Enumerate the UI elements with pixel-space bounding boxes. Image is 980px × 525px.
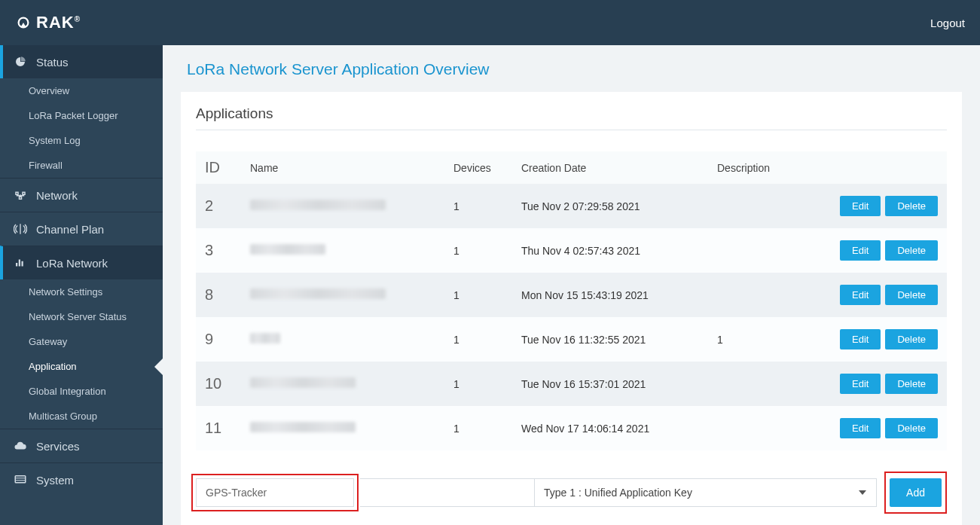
edit-button[interactable]: Edit (840, 374, 881, 394)
cell-name (241, 317, 444, 362)
cell-id: 10 (196, 362, 241, 406)
cell-devices: 1 (444, 362, 512, 406)
cell-date: Tue Nov 2 07:29:58 2021 (512, 184, 708, 228)
col-desc: Description (708, 151, 821, 184)
cell-date: Tue Nov 16 11:32:55 2021 (512, 317, 708, 362)
cell-desc (708, 184, 821, 228)
nav-status[interactable]: Status (0, 45, 163, 78)
table-row: 81Mon Nov 15 15:43:19 2021EditDelete (196, 273, 947, 317)
section-title: Applications (196, 105, 947, 122)
system-icon (14, 473, 27, 487)
redacted-name (250, 377, 356, 388)
table-row: 91Tue Nov 16 11:32:55 20211EditDelete (196, 317, 947, 362)
cell-name (241, 362, 444, 406)
delete-button[interactable]: Delete (885, 329, 938, 349)
cell-actions: EditDelete (821, 362, 947, 406)
applications-table: ID Name Devices Creation Date Descriptio… (196, 151, 947, 450)
nav-channel-label: Channel Plan (36, 223, 104, 236)
application-type-select-wrap: Type 1 : Unified Application Key (534, 478, 877, 507)
edit-button[interactable]: Edit (840, 418, 881, 438)
redacted-name (250, 422, 356, 432)
delete-button[interactable]: Delete (885, 418, 938, 438)
edit-button[interactable]: Edit (840, 285, 881, 305)
cell-desc (708, 273, 821, 317)
edit-button[interactable]: Edit (840, 240, 881, 261)
delete-button[interactable]: Delete (885, 240, 938, 261)
table-row: 21Tue Nov 2 07:29:58 2021EditDelete (196, 184, 947, 228)
nav-lora-application[interactable]: Application (0, 354, 163, 379)
antenna-icon (14, 222, 27, 236)
edit-button[interactable]: Edit (840, 196, 881, 216)
redacted-name (250, 200, 386, 210)
col-name: Name (241, 151, 444, 184)
col-actions (821, 151, 947, 184)
nav-lora-gateway[interactable]: Gateway (0, 329, 163, 354)
col-id: ID (196, 151, 241, 184)
table-row: 101Tue Nov 16 15:37:01 2021EditDelete (196, 362, 947, 406)
nav-lora-global-integration[interactable]: Global Integration (0, 379, 163, 404)
applications-panel: Applications ID Name Devices Creation Da… (181, 92, 962, 525)
cell-actions: EditDelete (821, 184, 947, 228)
cell-id: 8 (196, 273, 241, 317)
cell-date: Wed Nov 17 14:06:14 2021 (512, 406, 708, 450)
nav-channel-plan[interactable]: Channel Plan (0, 212, 163, 246)
application-name-input[interactable] (196, 478, 354, 507)
cell-desc (708, 228, 821, 273)
nav-status-packet-logger[interactable]: LoRa Packet Logger (0, 103, 163, 128)
cell-name (241, 406, 444, 450)
col-date: Creation Date (512, 151, 708, 184)
dashboard-icon (14, 55, 27, 69)
edit-button[interactable]: Edit (840, 329, 881, 349)
redacted-name (250, 288, 386, 299)
nav-lora-network-settings[interactable]: Network Settings (0, 279, 163, 304)
nav-services[interactable]: Services (0, 429, 163, 462)
network-icon (14, 188, 27, 202)
nav-system[interactable]: System (0, 462, 163, 496)
delete-button[interactable]: Delete (885, 285, 938, 305)
logo-icon (17, 16, 30, 29)
sidebar: Status Overview LoRa Packet Logger Syste… (0, 45, 163, 525)
table-row: 31Thu Nov 4 02:57:43 2021EditDelete (196, 228, 947, 273)
cell-name (241, 184, 444, 228)
cell-desc (708, 406, 821, 450)
delete-button[interactable]: Delete (885, 196, 938, 216)
app-header: RAK® Logout (0, 0, 980, 45)
nav-lora-multicast[interactable]: Multicast Group (0, 404, 163, 429)
nav-lora-server-status[interactable]: Network Server Status (0, 304, 163, 329)
cell-id: 2 (196, 184, 241, 228)
application-type-select[interactable]: Type 1 : Unified Application Key (534, 478, 877, 507)
nav-status-overview[interactable]: Overview (0, 78, 163, 103)
nav-network[interactable]: Network (0, 178, 163, 212)
svg-rect-0 (15, 476, 26, 483)
redacted-name (250, 333, 280, 343)
redacted-name (250, 244, 325, 255)
highlight-name-input (191, 474, 359, 511)
cell-devices: 1 (444, 273, 512, 317)
cell-desc (708, 362, 821, 406)
cloud-icon (14, 439, 27, 453)
nav-lora-network[interactable]: LoRa Network (0, 246, 163, 279)
cell-date: Tue Nov 16 15:37:01 2021 (512, 362, 708, 406)
nav-lora-label: LoRa Network (36, 257, 108, 270)
nav-status-firewall[interactable]: Firewall (0, 153, 163, 178)
logout-link[interactable]: Logout (930, 17, 965, 29)
cell-date: Thu Nov 4 02:57:43 2021 (512, 228, 708, 273)
delete-button[interactable]: Delete (885, 374, 938, 394)
nav-network-label: Network (36, 189, 78, 202)
cell-devices: 1 (444, 406, 512, 450)
nav-status-system-log[interactable]: System Log (0, 128, 163, 153)
cell-id: 3 (196, 228, 241, 273)
cell-name (241, 273, 444, 317)
cell-devices: 1 (444, 184, 512, 228)
add-application-row: Type 1 : Unified Application Key Add (196, 472, 947, 514)
add-button[interactable]: Add (890, 478, 942, 507)
nav-services-label: Services (36, 440, 80, 453)
cell-actions: EditDelete (821, 317, 947, 362)
col-devices: Devices (444, 151, 512, 184)
cell-desc: 1 (708, 317, 821, 362)
page-title: LoRa Network Server Application Overview (181, 60, 962, 78)
cell-devices: 1 (444, 228, 512, 273)
bars-icon (14, 256, 27, 270)
cell-actions: EditDelete (821, 406, 947, 450)
application-name-input-extra[interactable] (360, 478, 535, 507)
